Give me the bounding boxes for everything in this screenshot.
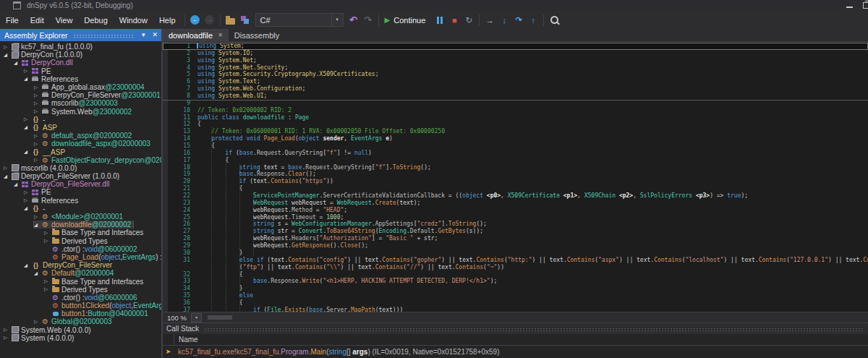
- code-line[interactable]: 2using System.IO;: [163, 50, 868, 57]
- code-line[interactable]: 25 webRequest.Timeout = 1000;: [163, 214, 868, 221]
- expander-icon[interactable]: ▷: [24, 197, 31, 203]
- expander-icon[interactable]: ◢: [4, 52, 11, 58]
- navigate-back-button[interactable]: ←: [188, 13, 203, 27]
- tree-row[interactable]: ◢{}-: [0, 205, 161, 213]
- tree-row[interactable]: ⚙.ctor() : void @06000002: [0, 245, 161, 253]
- tree-row[interactable]: ◢⚙Default @02000004: [0, 269, 161, 277]
- expander-icon[interactable]: ◢: [24, 205, 31, 211]
- tree-row[interactable]: ◢DerpyCon_FileServer.dll: [0, 180, 161, 188]
- expander-icon[interactable]: ▷: [4, 44, 11, 50]
- expander-icon[interactable]: ▷: [24, 116, 31, 122]
- minimize-icon[interactable]: [846, 7, 853, 8]
- code-line[interactable]: 20 if (text.Contains("https")): [163, 178, 868, 185]
- search-button[interactable]: [547, 13, 561, 27]
- tree-row[interactable]: ⚙Page_Load(object, EventArgs) : void @06: [0, 253, 161, 261]
- menu-help[interactable]: Help: [153, 16, 182, 25]
- tree-row[interactable]: ▷System.Web (4.0.0.0): [0, 326, 161, 334]
- expander-icon[interactable]: ▷: [34, 141, 41, 147]
- code-line[interactable]: 12{: [163, 121, 868, 128]
- code-line[interactable]: 32 {: [163, 271, 868, 278]
- code-line[interactable]: 15 {: [163, 142, 868, 150]
- code-line[interactable]: 17 {: [163, 157, 868, 164]
- menu-window[interactable]: Window: [114, 16, 153, 25]
- code-line[interactable]: 31 else if (text.Contains("config") || t…: [163, 257, 868, 264]
- expander-icon[interactable]: ◢: [14, 182, 21, 187]
- code-line[interactable]: 29 webRequest.GetResponse().Close();: [163, 242, 868, 250]
- expander-icon[interactable]: ◢: [14, 60, 21, 66]
- expander-icon[interactable]: ▷: [44, 238, 51, 244]
- code-line[interactable]: 14 protected void Page_Load(object sende…: [163, 135, 868, 142]
- call-stack-header[interactable]: Call Stack: [163, 323, 868, 334]
- tree-row[interactable]: ▷⚙FastObjectFactory_derpycon @02000004: [0, 156, 161, 164]
- tree-row[interactable]: ◢{}ASP: [0, 124, 161, 132]
- tree-row[interactable]: ▷{}-: [0, 116, 161, 124]
- tree-row[interactable]: ▷⚙Global @02000003: [0, 317, 161, 325]
- navigate-forward-button[interactable]: →: [203, 13, 217, 27]
- horizontal-scrollbar[interactable]: [205, 312, 868, 323]
- call-stack-name-column[interactable]: Name: [174, 336, 198, 344]
- code-line[interactable]: 36 {: [163, 299, 868, 307]
- expander-icon[interactable]: ◢: [24, 263, 31, 268]
- code-line[interactable]: 4using System.Net.Security;: [163, 64, 868, 72]
- code-line[interactable]: ("ftp") || text.Contains("\\") || text.C…: [163, 264, 868, 271]
- close-icon[interactable]: ✕: [218, 32, 223, 38]
- redo-button[interactable]: ↷: [361, 13, 375, 27]
- tree-row[interactable]: ◢DerpyCon (1.0.0.0): [0, 51, 161, 59]
- expander-icon[interactable]: ▷: [34, 214, 41, 220]
- tree-row[interactable]: ▷⚙default_aspx @02000002: [0, 132, 161, 140]
- tree-row[interactable]: ▷kc57_final_fu (1.0.0.0): [0, 43, 161, 51]
- stop-button[interactable]: ■: [447, 13, 461, 27]
- restore-icon[interactable]: [863, 2, 868, 9]
- menu-file[interactable]: File: [0, 16, 25, 25]
- tree-row[interactable]: ▷mscorlib @23000003: [0, 99, 161, 107]
- expander-icon[interactable]: ◢: [4, 174, 11, 179]
- code-line[interactable]: 3using System.Net;: [163, 57, 868, 64]
- code-line[interactable]: 7using System.Web.Configuration;: [163, 85, 868, 93]
- tree-row[interactable]: ▷PE: [0, 67, 161, 75]
- tab-disassembly[interactable]: Disassembly: [229, 29, 285, 41]
- tree-row[interactable]: ▷DerpyCon_FileServer @23000001: [0, 91, 161, 99]
- call-stack-frame-row[interactable]: ➤ kc57_final_fu.exe!kc57_final_fu.Progra…: [163, 346, 868, 357]
- tree-row[interactable]: ▷⚙<Module> @02000001: [0, 213, 161, 221]
- code-line[interactable]: 34 }: [163, 285, 868, 292]
- code-editor[interactable]: 1using System;2using System.IO;3using Sy…: [163, 42, 868, 312]
- expander-icon[interactable]: ▷: [34, 93, 41, 98]
- expander-icon[interactable]: ▷: [44, 278, 51, 284]
- tree-row[interactable]: ◢References: [0, 75, 161, 83]
- tree-row[interactable]: ◢⚙downloadfile @02000002: [0, 221, 161, 229]
- continue-button[interactable]: ▶ Continue: [382, 16, 433, 25]
- code-line[interactable]: 24 webRequest.Method = "HEAD";: [163, 207, 868, 214]
- expander-icon[interactable]: ◢: [24, 124, 31, 130]
- tree-row[interactable]: ▷System (4.0.0.0): [0, 334, 161, 342]
- code-line[interactable]: 6using System.Text;: [163, 78, 868, 85]
- code-line[interactable]: 22 ServicePointManager.ServerCertificate…: [163, 192, 868, 200]
- zoom-dropdown[interactable]: ▾: [191, 313, 202, 323]
- language-selector[interactable]: C# ▾: [255, 13, 344, 27]
- code-line[interactable]: 16 if (base.Request.QueryString["f"] != …: [163, 150, 868, 157]
- expander-icon[interactable]: ▷: [4, 335, 11, 341]
- code-line[interactable]: 27 string str = Convert.ToBase64String(E…: [163, 228, 868, 235]
- tree-row[interactable]: ◢DerpyCon.dll: [0, 59, 161, 67]
- expander-icon[interactable]: ▷: [34, 157, 41, 163]
- code-line[interactable]: 5using System.Security.Cryptography.X509…: [163, 71, 868, 78]
- menu-debug[interactable]: Debug: [78, 16, 113, 25]
- code-line[interactable]: 26 string s = WebConfigurationManager.Ap…: [163, 221, 868, 228]
- tree-row[interactable]: button1 : Button @04000001: [0, 310, 161, 317]
- tree-row[interactable]: ⚙.ctor() : void @06000006: [0, 294, 161, 302]
- pause-button[interactable]: [433, 13, 447, 27]
- code-line[interactable]: 10// Token: 0x02000002 RID: 2: [163, 107, 868, 114]
- close-icon[interactable]: ✕: [148, 29, 161, 41]
- code-line[interactable]: 9: [163, 100, 868, 107]
- tree-row[interactable]: ▷App_global.asax @23000004: [0, 83, 161, 91]
- code-line[interactable]: 28 webRequest.Headers["Authorization"] =…: [163, 235, 868, 242]
- assembly-explorer-header[interactable]: Assembly Explorer ▾ ✕: [0, 29, 161, 41]
- tree-row[interactable]: ⚙button1Clicked(object, EventArgs) : voi…: [0, 302, 161, 310]
- expander-icon[interactable]: ▷: [4, 165, 11, 171]
- code-line[interactable]: 18 string text = base.Request.QueryStrin…: [163, 164, 868, 171]
- code-line[interactable]: 13 // Token: 0x06000001 RID: 1 RVA: 0x00…: [163, 128, 868, 135]
- expander-icon[interactable]: ◢: [24, 149, 31, 155]
- expander-icon[interactable]: ◢: [34, 270, 41, 276]
- code-line[interactable]: 30 }: [163, 250, 868, 257]
- expander-icon[interactable]: ▷: [34, 108, 41, 114]
- expander-icon[interactable]: ◢: [34, 222, 41, 228]
